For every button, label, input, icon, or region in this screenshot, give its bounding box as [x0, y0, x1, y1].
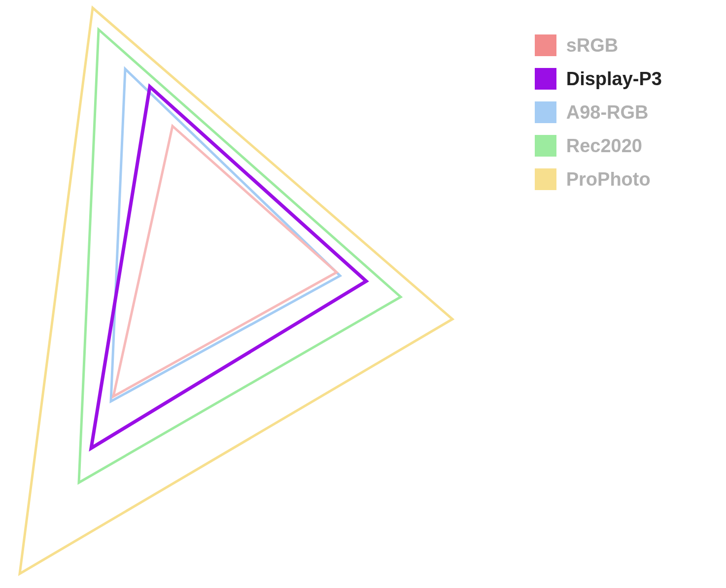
- legend-item-display-p3[interactable]: Display-P3: [535, 68, 662, 90]
- legend-item-srgb[interactable]: sRGB: [535, 34, 662, 56]
- swatch-rec2020: [535, 135, 556, 157]
- legend-item-a98-rgb[interactable]: A98-RGB: [535, 101, 662, 123]
- swatch-srgb: [535, 34, 556, 56]
- legend-label-display-p3: Display-P3: [566, 68, 662, 90]
- gamut-prophoto: [20, 8, 452, 574]
- legend-label-a98-rgb: A98-RGB: [566, 102, 649, 123]
- legend-label-rec2020: Rec2020: [566, 135, 642, 157]
- legend: sRGB Display-P3 A98-RGB Rec2020 ProPhoto: [535, 34, 662, 190]
- legend-item-rec2020[interactable]: Rec2020: [535, 135, 662, 157]
- swatch-a98-rgb: [535, 101, 556, 123]
- swatch-prophoto: [535, 168, 556, 190]
- swatch-display-p3: [535, 68, 556, 90]
- legend-label-srgb: sRGB: [566, 35, 619, 56]
- color-gamut-chart: sRGB Display-P3 A98-RGB Rec2020 ProPhoto: [0, 0, 726, 588]
- legend-label-prophoto: ProPhoto: [566, 169, 651, 190]
- gamut-rec2020: [79, 30, 401, 483]
- legend-item-prophoto[interactable]: ProPhoto: [535, 168, 662, 190]
